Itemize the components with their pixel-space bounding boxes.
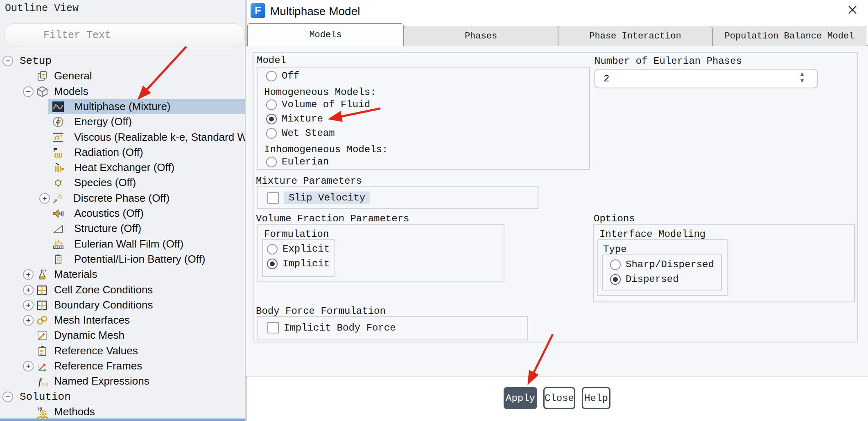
eulerian-phases-input[interactable] — [594, 69, 818, 88]
expand-icon[interactable]: + — [23, 285, 34, 295]
radio-icon[interactable] — [266, 114, 277, 124]
acoustics-icon — [52, 207, 64, 220]
svg-text:(x): (x) — [42, 380, 48, 387]
tree-item-discrete-phase[interactable]: + Discrete Phase (Off) — [0, 191, 246, 206]
mixture-parameters-label: Mixture Parameters — [256, 176, 362, 187]
formulation-label: Formulation — [264, 229, 329, 240]
radio-icon[interactable] — [266, 128, 277, 139]
tree-item-cell-zone-conditions[interactable]: + Cell Zone Conditions — [0, 282, 246, 297]
radio-icon[interactable] — [267, 244, 278, 254]
filter-input[interactable] — [5, 24, 244, 47]
tree-item-heat-exchanger[interactable]: Heat Exchanger (Off) — [0, 160, 246, 175]
discrete-phase-icon — [51, 192, 63, 205]
radio-eulerian[interactable]: Eulerian — [266, 156, 329, 167]
tree-item-materials[interactable]: + Materials — [0, 267, 246, 282]
tab-phase-interaction[interactable]: Phase Interaction — [558, 26, 712, 46]
tree-item-eulerian-wall-film[interactable]: Eulerian Wall Film (Off) — [0, 236, 246, 252]
radio-explicit[interactable]: Explicit — [267, 243, 330, 254]
implicit-body-force-checkbox-row[interactable]: Implicit Body Force — [267, 322, 396, 333]
tree-item-species[interactable]: Species (Off) — [0, 175, 246, 190]
tree-item-radiation[interactable]: Radiation (Off) — [0, 145, 246, 160]
spinner-buttons: ▲ ▼ — [799, 71, 805, 83]
tree-item-acoustics[interactable]: Acoustics (Off) — [0, 206, 246, 221]
radio-icon[interactable] — [610, 274, 621, 285]
cell-zone-icon — [36, 284, 48, 296]
model-section-label: Model — [257, 55, 286, 66]
slip-velocity-checkbox-row[interactable]: Slip Velocity — [267, 191, 370, 204]
close-button[interactable]: Close — [543, 387, 575, 409]
expand-icon[interactable]: + — [23, 300, 34, 311]
tree-item-reference-values[interactable]: Reference Values — [0, 343, 246, 358]
named-expressions-icon: f(x) — [36, 375, 48, 387]
tree-item-named-expressions[interactable]: f(x) Named Expressions — [0, 374, 246, 389]
radio-icon[interactable] — [266, 71, 277, 81]
options-label: Options — [594, 213, 635, 224]
collapse-icon[interactable]: − — [2, 392, 13, 402]
radio-icon[interactable] — [267, 259, 278, 269]
tree-item-dynamic-mesh[interactable]: Dynamic Mesh — [0, 328, 246, 343]
collapse-icon[interactable]: − — [2, 56, 13, 66]
tree-item-multiphase[interactable]: Multiphase (Mixture) — [0, 99, 246, 114]
tree-item-structure[interactable]: Structure (Off) — [0, 221, 246, 236]
tab-population-balance-model[interactable]: Population Balance Model — [712, 26, 866, 46]
close-icon[interactable] — [844, 2, 861, 18]
dynamic-mesh-icon — [36, 329, 48, 342]
materials-icon — [36, 268, 48, 281]
dialog-title: Multiphase Model — [270, 5, 360, 18]
panel-title: Outline View — [5, 2, 79, 14]
eulerian-wall-film-icon — [52, 238, 64, 250]
tree-item-models[interactable]: − Models — [0, 84, 246, 99]
volume-fraction-parameters-label: Volume Fraction Parameters — [256, 213, 409, 224]
radiation-icon — [52, 146, 64, 159]
tree-item-potential-battery[interactable]: Potential/Li-ion Battery (Off) — [0, 252, 246, 267]
radio-icon[interactable] — [610, 259, 621, 270]
heat-exchanger-icon — [52, 162, 64, 174]
bottom-scroll-strip[interactable] — [0, 419, 246, 421]
radio-mixture[interactable]: Mixture — [266, 113, 323, 124]
radio-volume-of-fluid[interactable]: Volume of Fluid — [266, 99, 370, 110]
multiphase-icon — [52, 101, 64, 113]
tab-phases[interactable]: Phases — [404, 26, 558, 46]
radio-dispersed[interactable]: Dispersed — [610, 274, 679, 285]
radio-sharp-dispersed[interactable]: Sharp/Dispersed — [610, 259, 714, 270]
radio-icon[interactable] — [266, 99, 277, 110]
filter-box — [4, 23, 245, 47]
tree-item-mesh-interfaces[interactable]: + Mesh Interfaces — [0, 313, 246, 328]
outline-view-panel: Outline View − Setup General − Models Mu… — [0, 0, 246, 421]
viscous-icon — [52, 131, 64, 144]
checkbox-icon[interactable] — [267, 322, 279, 333]
spin-down-icon[interactable]: ▼ — [799, 78, 805, 83]
eulerian-phases-label: Number of Eulerian Phases — [594, 56, 742, 67]
fluent-app-icon: F — [251, 3, 265, 18]
tree-item-general[interactable]: General — [0, 68, 246, 83]
radio-off[interactable]: Off — [266, 70, 299, 81]
type-label: Type — [603, 244, 627, 255]
mesh-interfaces-icon — [36, 314, 48, 326]
radio-implicit[interactable]: Implicit — [267, 258, 330, 269]
help-button[interactable]: Help — [582, 387, 610, 409]
expand-icon[interactable]: + — [39, 193, 50, 204]
battery-icon — [52, 253, 64, 266]
tree-item-energy[interactable]: Energy (Off) — [0, 114, 246, 129]
species-icon — [52, 177, 64, 189]
checkbox-icon[interactable] — [267, 192, 279, 204]
apply-button[interactable]: Apply — [504, 387, 537, 409]
reference-frames-icon — [36, 360, 48, 372]
radio-icon[interactable] — [266, 157, 277, 167]
collapse-icon[interactable]: − — [23, 86, 34, 97]
tree-item-reference-frames[interactable]: + Reference Frames — [0, 358, 246, 374]
tree-item-viscous[interactable]: Viscous (Realizable k-e, Standard W — [0, 130, 246, 145]
interface-modeling-label: Interface Modeling — [599, 229, 705, 240]
expand-icon[interactable]: + — [23, 315, 34, 326]
tree-item-boundary-conditions[interactable]: + Boundary Conditions — [0, 297, 246, 313]
radio-wet-steam[interactable]: Wet Steam — [266, 128, 335, 139]
tree-item-solution[interactable]: − Solution — [0, 389, 246, 404]
expand-icon[interactable]: + — [23, 361, 34, 371]
expand-icon[interactable]: + — [23, 269, 34, 280]
energy-icon — [52, 116, 64, 128]
boundary-conditions-icon — [36, 299, 48, 311]
tab-models[interactable]: Models — [247, 23, 404, 46]
tree-item-setup[interactable]: − Setup — [0, 53, 246, 68]
body-force-formulation-label: Body Force Formulation — [256, 306, 386, 317]
spin-up-icon[interactable]: ▲ — [799, 71, 805, 77]
